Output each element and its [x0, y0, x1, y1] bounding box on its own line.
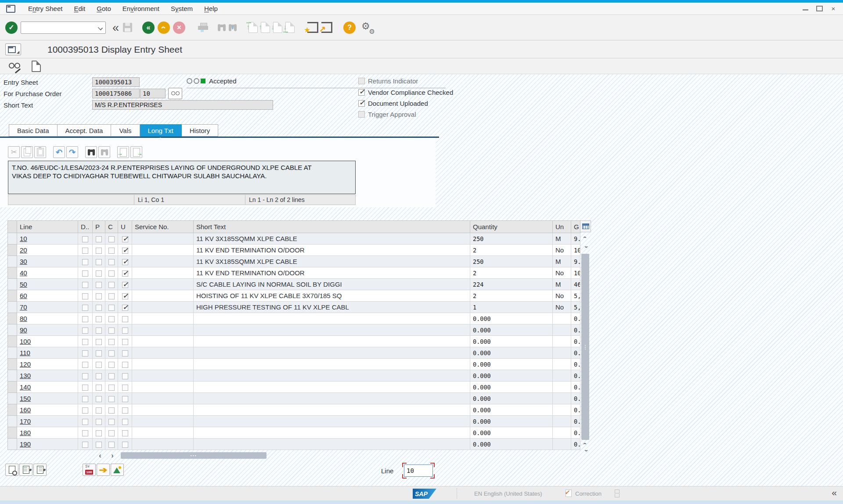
c-checkbox[interactable] [108, 396, 115, 402]
service-no-cell[interactable] [132, 347, 194, 359]
gross-price-cell[interactable]: 0. [571, 382, 580, 393]
c-checkbox[interactable] [108, 293, 115, 299]
quantity-cell[interactable]: 0.000 [470, 416, 553, 427]
find-next-icon[interactable]: + [229, 24, 237, 31]
restore-button[interactable] [816, 6, 823, 12]
save-button[interactable] [123, 23, 132, 32]
line-number-cell[interactable]: 130 [17, 370, 78, 382]
unit-cell[interactable] [553, 359, 571, 370]
c-checkbox-cell[interactable] [105, 245, 118, 256]
short-text-cell[interactable] [194, 404, 470, 416]
service-no-cell[interactable] [132, 313, 194, 324]
col-un[interactable]: Un [553, 221, 571, 233]
short-text-cell[interactable] [194, 370, 470, 382]
p-checkbox[interactable] [96, 407, 102, 414]
p-checkbox-cell[interactable] [93, 302, 105, 313]
c-checkbox[interactable] [108, 430, 115, 436]
next-page-icon[interactable]: ↓ [273, 22, 282, 33]
cut-button[interactable]: ✂ [8, 146, 20, 158]
d-checkbox[interactable] [82, 419, 88, 425]
gross-price-cell[interactable]: 0. [571, 313, 580, 324]
d-checkbox-cell[interactable] [78, 313, 93, 324]
line-number-cell[interactable]: 90 [17, 324, 78, 336]
quantity-cell[interactable]: 0.000 [470, 404, 553, 416]
tab-vals[interactable]: Vals [111, 124, 140, 137]
gross-price-cell[interactable]: 46 [571, 279, 580, 290]
d-checkbox[interactable] [82, 259, 88, 265]
table-settings-button[interactable] [580, 220, 591, 232]
row-selector[interactable] [8, 370, 17, 382]
service-no-cell[interactable] [132, 427, 194, 439]
short-text-cell[interactable] [194, 324, 470, 336]
line-number-cell[interactable]: 40 [17, 267, 78, 279]
u-checkbox[interactable] [122, 248, 128, 254]
u-checkbox-cell[interactable] [118, 416, 132, 427]
p-checkbox[interactable] [96, 236, 102, 242]
d-checkbox[interactable] [82, 442, 88, 448]
c-checkbox-cell[interactable] [105, 279, 118, 290]
d-checkbox[interactable] [82, 396, 88, 402]
u-checkbox[interactable] [122, 419, 128, 425]
unit-cell[interactable] [553, 393, 571, 404]
u-checkbox[interactable] [122, 373, 128, 379]
quantity-cell[interactable]: 2 [470, 290, 553, 302]
d-checkbox-cell[interactable] [78, 359, 93, 370]
short-text-cell[interactable]: 11 KV END TERMINATION O/DOOR [194, 267, 470, 279]
c-checkbox-cell[interactable] [105, 393, 118, 404]
service-no-cell[interactable] [132, 279, 194, 290]
u-checkbox[interactable] [122, 316, 128, 322]
d-checkbox-cell[interactable] [78, 233, 93, 245]
unit-cell[interactable]: No [553, 267, 571, 279]
gross-price-cell[interactable]: 9. [571, 256, 580, 267]
d-checkbox[interactable] [82, 236, 88, 242]
last-page-icon[interactable]: ↓ [285, 22, 295, 33]
d-checkbox-cell[interactable] [78, 439, 93, 450]
unit-cell[interactable]: No [553, 302, 571, 313]
u-checkbox[interactable] [122, 350, 128, 356]
row-selector[interactable] [8, 393, 17, 404]
line-number-cell[interactable]: 50 [17, 279, 78, 290]
menu-system[interactable]: System [165, 4, 198, 14]
p-checkbox-cell[interactable] [93, 233, 105, 245]
d-checkbox-cell[interactable] [78, 256, 93, 267]
p-checkbox-cell[interactable] [93, 336, 105, 347]
checkbox-box[interactable] [358, 89, 365, 96]
d-checkbox[interactable] [82, 282, 88, 288]
p-checkbox-cell[interactable] [93, 416, 105, 427]
p-checkbox-cell[interactable] [93, 347, 105, 359]
u-checkbox-cell[interactable] [118, 336, 132, 347]
c-checkbox[interactable] [108, 236, 115, 242]
p-checkbox-cell[interactable] [93, 382, 105, 393]
d-checkbox-cell[interactable] [78, 404, 93, 416]
row-selector[interactable] [8, 439, 17, 450]
unit-cell[interactable] [553, 427, 571, 439]
menu-edit[interactable]: Edit [68, 4, 91, 14]
gross-price-cell[interactable]: 10 [571, 267, 580, 279]
c-checkbox-cell[interactable] [105, 302, 118, 313]
line-number-cell[interactable]: 140 [17, 382, 78, 393]
tab-history[interactable]: History [182, 124, 219, 137]
short-text-cell[interactable]: S/C CABLE LAYING IN NORMAL SOIL BY DIGGI [194, 279, 470, 290]
quantity-cell[interactable]: 0.000 [470, 427, 553, 439]
new-session-icon[interactable]: ★ [307, 22, 318, 33]
gross-price-cell[interactable]: 0. [571, 427, 580, 439]
undo-button[interactable]: ↶ [53, 146, 65, 158]
menu-environment[interactable]: Environment [117, 4, 165, 14]
row-selector[interactable] [8, 324, 17, 336]
u-checkbox-cell[interactable] [118, 404, 132, 416]
unit-cell[interactable]: M [553, 279, 571, 290]
quantity-cell[interactable]: 0.000 [470, 336, 553, 347]
p-checkbox[interactable] [96, 430, 102, 436]
u-checkbox[interactable] [122, 385, 128, 391]
row-selector[interactable] [8, 313, 17, 324]
row-selector[interactable] [8, 290, 17, 302]
p-checkbox-cell[interactable] [93, 290, 105, 302]
service-no-cell[interactable] [132, 290, 194, 302]
d-checkbox[interactable] [82, 373, 88, 379]
row-selector-header[interactable] [8, 221, 17, 233]
scroll-right-button[interactable]: › [108, 451, 117, 460]
checkbox-box[interactable] [358, 100, 365, 107]
line-number-cell[interactable]: 120 [17, 359, 78, 370]
u-checkbox-cell[interactable] [118, 256, 132, 267]
unit-cell[interactable] [553, 313, 571, 324]
